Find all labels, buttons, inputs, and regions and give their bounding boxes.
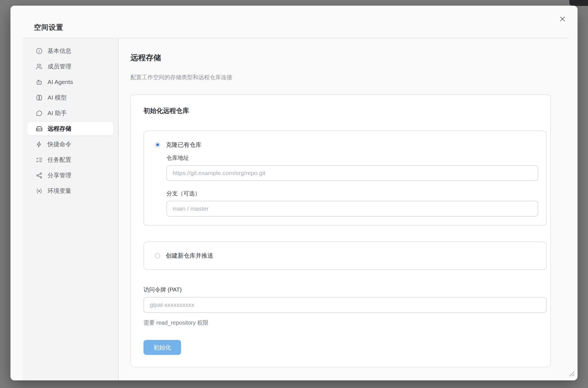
sidebar-item-label: 分享管理 (48, 171, 71, 179)
pat-label: 访问令牌 (PAT) (143, 286, 547, 294)
sidebar-item-label: AI 模型 (48, 94, 67, 102)
clone-repo-option-panel: 克隆已有仓库 仓库地址 分支（可选） (143, 131, 547, 226)
sidebar-item-basic-info[interactable]: 基本信息 (27, 44, 113, 58)
sidebar-item-label: 成员管理 (48, 62, 71, 70)
users-icon (36, 63, 43, 70)
sidebar-item-env-vars[interactable]: 环境变量 (27, 184, 113, 198)
dialog-body: 基本信息成员管理AI AgentsAI 模型AI 助手远程存储快捷命令任务配置分… (10, 38, 578, 380)
dialog-header: 空间设置 (10, 6, 578, 38)
sidebar-item-label: 快捷命令 (48, 140, 71, 148)
sidebar-item-label: 任务配置 (48, 156, 71, 164)
space-settings-dialog: 空间设置 基本信息成员管理AI AgentsAI 模型AI 助手远程存储快捷命令… (10, 6, 578, 380)
create-repo-radio-row[interactable]: 创建新仓库并推送 (155, 252, 538, 260)
chat-bubble-icon (36, 110, 43, 117)
dialog-title: 空间设置 (34, 23, 63, 32)
remote-storage-section: 远程存储 配置工作空间的存储类型和远程仓库连接 初始化远程仓库 克隆已有仓库 仓… (119, 38, 578, 380)
page-title: 远程存储 (130, 53, 551, 63)
hard-drive-icon (36, 125, 43, 132)
radio-unselected-icon[interactable] (155, 253, 160, 258)
pat-input[interactable] (143, 297, 547, 313)
clone-repo-radio-row[interactable]: 克隆已有仓库 (155, 141, 538, 149)
sidebar-item-remote-storage[interactable]: 远程存储 (27, 122, 113, 135)
repo-url-input[interactable] (166, 165, 538, 181)
sidebar-item-label: 远程存储 (48, 125, 71, 133)
repo-url-label: 仓库地址 (166, 154, 538, 162)
robot-icon (36, 79, 43, 86)
card-title: 初始化远程仓库 (143, 106, 547, 115)
page-subtitle: 配置工作空间的存储类型和远程仓库连接 (130, 74, 551, 81)
sidebar-item-task-config[interactable]: 任务配置 (27, 153, 113, 167)
clone-repo-fields: 仓库地址 分支（可选） (166, 154, 538, 217)
sidebar-item-label: AI Agents (48, 79, 73, 85)
sidebar-item-ai-assistant[interactable]: AI 助手 (27, 106, 113, 120)
background-window-corner (569, 0, 588, 6)
branch-input[interactable] (166, 201, 538, 217)
settings-sidebar: 基本信息成员管理AI AgentsAI 模型AI 助手远程存储快捷命令任务配置分… (23, 38, 119, 380)
sidebar-item-ai-agents[interactable]: AI Agents (27, 75, 113, 89)
sidebar-item-share-mgmt[interactable]: 分享管理 (27, 169, 113, 182)
init-remote-repo-card: 初始化远程仓库 克隆已有仓库 仓库地址 分支（可选） (130, 94, 551, 367)
sidebar-item-label: 基本信息 (48, 47, 71, 55)
screen: 空间设置 基本信息成员管理AI AgentsAI 模型AI 助手远程存储快捷命令… (0, 0, 588, 388)
radio-selected-icon[interactable] (155, 142, 160, 148)
sidebar-item-ai-models[interactable]: AI 模型 (27, 91, 113, 104)
sidebar-item-label: 环境变量 (48, 187, 71, 195)
close-button[interactable] (556, 12, 569, 25)
sidebar-item-members[interactable]: 成员管理 (27, 60, 113, 73)
zap-icon (36, 141, 43, 148)
create-repo-radio-label: 创建新仓库并推送 (166, 252, 213, 260)
close-icon (558, 15, 567, 23)
info-icon (36, 48, 43, 55)
variable-icon (36, 187, 43, 195)
initialize-button[interactable]: 初始化 (143, 340, 181, 355)
resize-handle[interactable] (568, 370, 575, 378)
sidebar-item-quick-commands[interactable]: 快捷命令 (27, 137, 113, 151)
brain-icon (36, 94, 43, 101)
pat-helper-text: 需要 read_repository 权限 (143, 319, 547, 326)
branch-label: 分支（可选） (166, 189, 538, 197)
checklist-icon (36, 156, 43, 163)
clone-repo-radio-label: 克隆已有仓库 (166, 141, 201, 149)
share-icon (36, 172, 43, 179)
create-repo-option-panel: 创建新仓库并推送 (143, 242, 547, 270)
sidebar-item-label: AI 助手 (48, 109, 67, 117)
